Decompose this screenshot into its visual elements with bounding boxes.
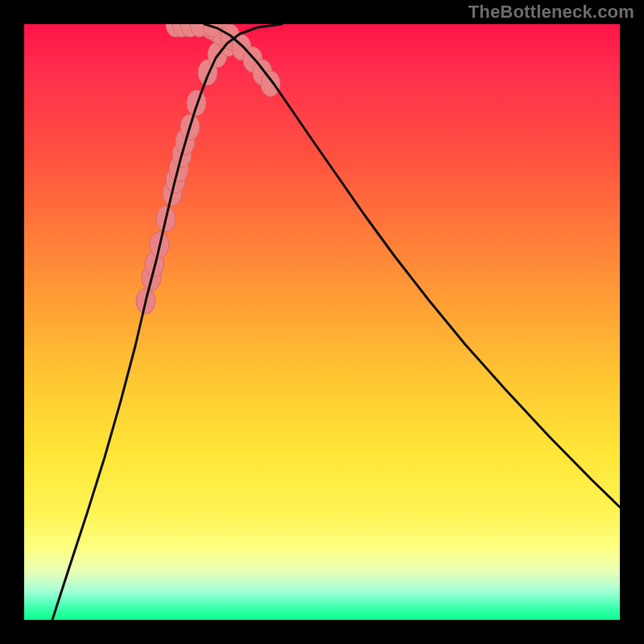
chart-frame: TheBottleneck.com (0, 0, 644, 644)
chart-svg (24, 24, 620, 620)
plot-area (24, 24, 620, 620)
marker-dot (261, 71, 280, 97)
watermark-text: TheBottleneck.com (469, 2, 634, 23)
marker-group-markers-left-curve (136, 31, 238, 314)
data-curves (52, 24, 620, 620)
data-markers (136, 24, 280, 314)
curve-right-curve (204, 24, 620, 507)
curve-left-curve (52, 24, 282, 620)
